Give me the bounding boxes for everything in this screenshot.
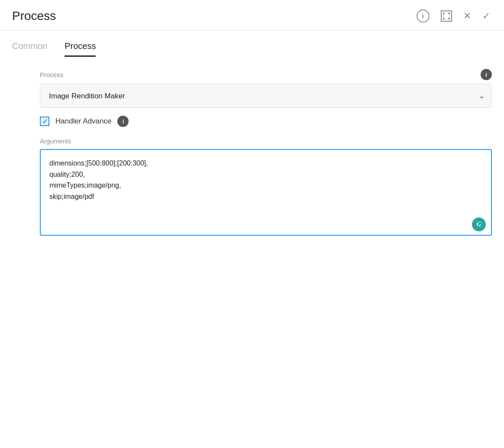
- grammarly-button[interactable]: G: [472, 218, 486, 231]
- process-tab-content: Process i Image Rendition Maker Option 2…: [40, 69, 492, 237]
- confirm-button[interactable]: ✓: [481, 9, 492, 23]
- handler-info-icon: i: [117, 116, 129, 127]
- arguments-section: Arguments dimensions;[500:800];[200:300]…: [40, 137, 492, 237]
- process-field-label-row: Process i: [40, 69, 492, 80]
- process-select-wrapper: Image Rendition Maker Option 2 Option 3 …: [40, 84, 492, 108]
- fullscreen-icon: [441, 10, 452, 22]
- handler-advance-label: Handler Advance: [55, 117, 111, 126]
- handler-info-button[interactable]: i: [117, 116, 129, 127]
- tab-process[interactable]: Process: [65, 41, 96, 57]
- close-button[interactable]: ✕: [462, 9, 473, 23]
- process-info-icon: i: [481, 69, 492, 80]
- checkmark-icon: ✓: [42, 117, 48, 126]
- handler-advance-checkbox[interactable]: ✓: [40, 117, 49, 126]
- dialog-title: Process: [12, 9, 56, 23]
- help-button[interactable]: i: [415, 8, 431, 24]
- tab-common[interactable]: Common: [12, 41, 47, 57]
- dialog-body: Common Process Process i: [0, 31, 504, 448]
- dialog-header: Process i ✕: [0, 0, 504, 31]
- handler-advance-row: ✓ Handler Advance i: [40, 116, 492, 127]
- arguments-textarea[interactable]: dimensions;[500:800];[200:300], quality;…: [40, 149, 492, 236]
- close-icon: ✕: [463, 10, 471, 22]
- tabs: Common Process: [12, 31, 492, 57]
- arguments-textarea-wrapper: dimensions;[500:800];[200:300], quality;…: [40, 149, 492, 237]
- fullscreen-button[interactable]: [439, 9, 454, 23]
- header-actions: i ✕ ✓: [415, 8, 492, 24]
- arguments-label: Arguments: [40, 137, 492, 145]
- confirm-icon: ✓: [482, 10, 490, 22]
- process-info-button[interactable]: i: [481, 69, 492, 80]
- grammarly-icon: G: [477, 221, 481, 228]
- help-icon: i: [417, 10, 430, 23]
- process-select[interactable]: Image Rendition Maker Option 2 Option 3: [40, 84, 492, 108]
- process-field-label: Process: [40, 71, 63, 78]
- process-field-row: Process i Image Rendition Maker Option 2…: [40, 69, 492, 108]
- dialog-container: Process i ✕: [0, 0, 504, 448]
